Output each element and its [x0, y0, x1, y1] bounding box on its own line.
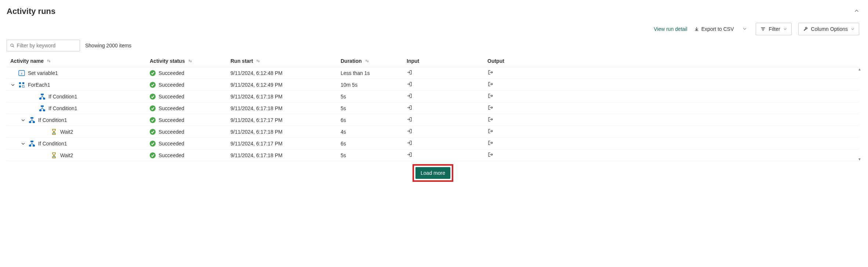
expand-chevron[interactable]	[21, 118, 26, 122]
view-input-button[interactable]	[407, 128, 487, 135]
col-label: Output	[487, 58, 504, 64]
col-label: Run start	[230, 58, 253, 64]
col-label: Activity name	[10, 58, 44, 64]
run-start-cell: 9/11/2024, 6:17:17 PM	[230, 141, 341, 147]
column-options-label: Column Options	[811, 26, 848, 32]
view-input-button[interactable]	[407, 69, 487, 76]
status-cell: Succeeded	[150, 141, 230, 147]
view-input-button[interactable]	[407, 81, 487, 88]
view-input-button[interactable]	[407, 152, 487, 159]
duration-cell: 6s	[341, 141, 407, 147]
scrollbar-hint[interactable]: ▲▼	[858, 67, 861, 161]
sort-icon[interactable]	[188, 59, 192, 63]
success-icon	[150, 117, 156, 123]
success-icon	[150, 105, 156, 111]
expand-chevron[interactable]	[10, 83, 15, 87]
view-input-button[interactable]	[407, 140, 487, 147]
export-to-csv-button[interactable]: Export to CSV	[694, 26, 734, 32]
col-label: Duration	[341, 58, 362, 64]
activity-name-cell: If Condition1	[10, 140, 150, 147]
col-label: Input	[407, 58, 419, 64]
svg-point-0	[11, 44, 13, 47]
chevron-down-icon	[851, 27, 854, 31]
run-start-cell: 9/11/2024, 6:17:18 PM	[230, 129, 341, 135]
duration-cell: 5s	[341, 105, 407, 111]
chevron-down-icon	[783, 27, 787, 31]
input-icon	[407, 93, 413, 99]
view-output-button[interactable]	[487, 81, 568, 88]
status-text: Succeeded	[159, 141, 184, 147]
col-activity-status[interactable]: Activity status	[150, 58, 230, 64]
input-icon	[407, 116, 413, 122]
table-row[interactable]: ForEach1Succeeded9/11/2024, 6:12:49 PM10…	[7, 79, 859, 91]
table-row[interactable]: Wait2Succeeded9/11/2024, 6:17:18 PM5s	[7, 149, 859, 161]
download-icon	[694, 26, 699, 32]
output-icon	[487, 116, 493, 122]
duration-cell: 5s	[341, 152, 407, 158]
status-text: Succeeded	[159, 94, 184, 100]
activity-name-text: If Condition1	[48, 105, 77, 111]
col-duration[interactable]: Duration	[341, 58, 407, 64]
table-row[interactable]: If Condition1Succeeded9/11/2024, 6:17:17…	[7, 114, 859, 126]
activity-name-cell: Wait2	[10, 129, 150, 135]
column-options-button[interactable]: Column Options	[798, 23, 859, 35]
table-row[interactable]: Set variable1Succeeded9/11/2024, 6:12:48…	[7, 67, 859, 79]
table-row[interactable]: Wait2Succeeded9/11/2024, 6:17:18 PM4s	[7, 126, 859, 138]
filter-label: Filter	[769, 26, 780, 32]
export-split-chevron[interactable]	[740, 26, 749, 32]
view-output-button[interactable]	[487, 128, 568, 135]
view-output-button[interactable]	[487, 116, 568, 123]
activity-name-text: Wait2	[60, 152, 73, 158]
load-more-button[interactable]: Load more	[415, 167, 450, 179]
view-run-detail-link[interactable]: View run detail	[654, 26, 687, 32]
status-cell: Succeeded	[150, 129, 230, 135]
duration-cell: 5s	[341, 94, 407, 100]
success-icon	[150, 152, 156, 158]
table-row[interactable]: If Condition1Succeeded9/11/2024, 6:17:17…	[7, 138, 859, 149]
status-text: Succeeded	[159, 117, 184, 123]
filter-button[interactable]: Filter	[756, 23, 791, 35]
filter-keyword-input-wrap[interactable]	[7, 40, 80, 51]
activity-name-cell: If Condition1	[10, 93, 150, 100]
view-output-button[interactable]	[487, 69, 568, 76]
status-cell: Succeeded	[150, 94, 230, 100]
expand-chevron[interactable]	[21, 141, 26, 146]
activity-name-cell: Set variable1	[10, 70, 150, 76]
sort-icon[interactable]	[256, 59, 260, 63]
status-cell: Succeeded	[150, 105, 230, 111]
collapse-panel-icon[interactable]	[854, 8, 859, 15]
duration-cell: 10m 5s	[341, 82, 407, 88]
activity-name-cell: If Condition1	[10, 105, 150, 112]
view-output-button[interactable]	[487, 152, 568, 159]
wrench-icon	[803, 26, 808, 32]
filter-icon	[760, 26, 766, 32]
sort-icon[interactable]	[365, 59, 369, 63]
activity-name-text: If Condition1	[38, 117, 67, 123]
view-output-button[interactable]	[487, 105, 568, 112]
run-start-cell: 9/11/2024, 6:17:18 PM	[230, 94, 341, 100]
each-activity-icon	[18, 82, 25, 88]
input-icon	[407, 105, 413, 111]
view-input-button[interactable]	[407, 93, 487, 100]
activity-name-cell: Wait2	[10, 152, 150, 159]
col-activity-name[interactable]: Activity name	[10, 58, 150, 64]
filter-keyword-input[interactable]	[17, 43, 77, 48]
cond-activity-icon	[29, 117, 35, 123]
output-icon	[487, 105, 493, 111]
view-input-button[interactable]	[407, 105, 487, 112]
view-output-button[interactable]	[487, 140, 568, 147]
col-label: Activity status	[150, 58, 185, 64]
cond-activity-icon	[39, 105, 46, 112]
view-input-button[interactable]	[407, 116, 487, 123]
search-icon	[10, 43, 15, 48]
col-run-start[interactable]: Run start	[230, 58, 341, 64]
input-icon	[407, 81, 413, 87]
sort-icon[interactable]	[47, 59, 51, 63]
cond-activity-icon	[39, 93, 46, 100]
output-icon	[487, 81, 493, 87]
table-row[interactable]: If Condition1Succeeded9/11/2024, 6:17:18…	[7, 91, 859, 102]
output-icon	[487, 69, 493, 75]
status-text: Succeeded	[159, 82, 184, 88]
table-row[interactable]: If Condition1Succeeded9/11/2024, 6:17:18…	[7, 102, 859, 114]
view-output-button[interactable]	[487, 93, 568, 100]
